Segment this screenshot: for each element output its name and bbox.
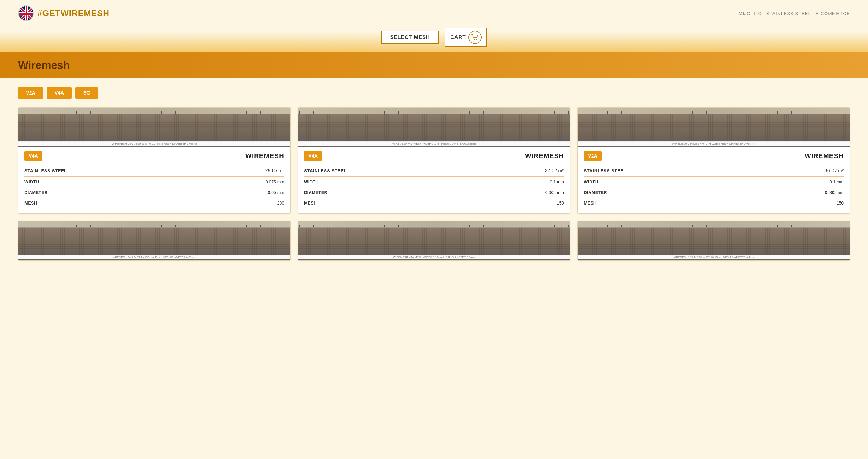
filter-row: V2A V4A SG <box>18 87 850 99</box>
product-card-6: WIREMESH V2A MESH WIDTH 0.15mm MESH DIAM… <box>578 221 850 261</box>
svg-point-2 <box>476 39 477 40</box>
filter-v2a[interactable]: V2A <box>18 87 43 99</box>
spec-row: MESH 200 <box>24 198 284 208</box>
product-specs-2: WIDTH 0.1 mm DIAMETER 0.065 mm MESH 150 <box>304 177 564 208</box>
price-value-1: 29 € / m² <box>265 168 284 173</box>
product-header-1: V4A WIREMESH <box>24 152 284 161</box>
product-price-3: STAINLESS STEEL 36 € / m² <box>584 165 844 177</box>
spec-row: MESH 150 <box>584 198 844 208</box>
product-card-3: WIREMESH V2A MESH WIDTH 0.1mm MESH DIAME… <box>578 107 850 214</box>
select-mesh-button[interactable]: SELECT MESH <box>381 31 439 44</box>
spec-row: DIAMETER 0.05 mm <box>24 187 284 198</box>
product-caption-5: WIREMESH V4A MESH WIDTH 0.15mm MESH DIAM… <box>298 255 570 259</box>
product-card-4: WIREMESH V4A MESH WIDTH 0.12mm MESH DIAM… <box>18 221 290 261</box>
product-caption-1: WIREMESH V4A MESH WIDTH 0.075mm MESH DIA… <box>19 141 290 146</box>
product-header-2: V4A WIREMESH <box>304 152 564 161</box>
logo-area: #GETWIREMESH <box>18 5 110 21</box>
cart-icon <box>468 31 482 44</box>
page-title: Wiremesh <box>18 59 850 72</box>
grade-badge-1: V4A <box>24 152 42 161</box>
product-card-2: WIREMESH V4A MESH WIDTH 0.1mm MESH DIAME… <box>298 107 570 214</box>
product-caption-6: WIREMESH V2A MESH WIDTH 0.15mm MESH DIAM… <box>578 255 849 259</box>
navigation: SELECT MESH CART <box>0 25 868 53</box>
product-price-1: STAINLESS STEEL 29 € / m² <box>24 165 284 177</box>
price-label-3: STAINLESS STEEL <box>584 168 627 173</box>
main-content: V2A V4A SG WIREM <box>0 78 868 269</box>
filter-sg[interactable]: SG <box>75 87 98 99</box>
site-title: #GETWIREMESH <box>37 8 110 18</box>
filter-v4a[interactable]: V4A <box>47 87 72 99</box>
spec-row: WIDTH 0.1 mm <box>304 177 564 187</box>
grade-badge-3: V2A <box>584 152 601 161</box>
product-card-5: WIREMESH V4A MESH WIDTH 0.15mm MESH DIAM… <box>298 221 570 261</box>
header-top: #GETWIREMESH MIJO ILIC · STAINLESS STEEL… <box>0 0 868 25</box>
grade-badge-2: V4A <box>304 152 322 161</box>
product-image-5: WIREMESH V4A MESH WIDTH 0.15mm MESH DIAM… <box>298 221 570 260</box>
product-image-1: WIREMESH V4A MESH WIDTH 0.075mm MESH DIA… <box>19 107 290 147</box>
product-specs-1: WIDTH 0.075 mm DIAMETER 0.05 mm MESH 200 <box>24 177 284 208</box>
spec-row: DIAMETER 0.065 mm <box>584 187 844 198</box>
product-image-3: WIREMESH V2A MESH WIDTH 0.1mm MESH DIAME… <box>578 107 849 147</box>
spec-row: DIAMETER 0.065 mm <box>304 187 564 198</box>
price-label-1: STAINLESS STEEL <box>24 168 67 173</box>
price-value-3: 36 € / m² <box>825 168 844 173</box>
product-image-6: WIREMESH V2A MESH WIDTH 0.15mm MESH DIAM… <box>578 221 849 260</box>
product-caption-3: WIREMESH V2A MESH WIDTH 0.1mm MESH DIAME… <box>578 141 849 146</box>
product-info-1: V4A WIREMESH STAINLESS STEEL 29 € / m² W… <box>19 147 290 213</box>
product-caption-2: WIREMESH V4A MESH WIDTH 0.1mm MESH DIAME… <box>298 141 570 146</box>
spec-row: MESH 150 <box>304 198 564 208</box>
price-value-2: 37 € / m² <box>545 168 564 173</box>
price-label-2: STAINLESS STEEL <box>304 168 347 173</box>
header: #GETWIREMESH MIJO ILIC · STAINLESS STEEL… <box>0 0 868 53</box>
spec-row: WIDTH 0.1 mm <box>584 177 844 187</box>
product-image-4: WIREMESH V4A MESH WIDTH 0.12mm MESH DIAM… <box>19 221 290 260</box>
spec-row: WIDTH 0.075 mm <box>24 177 284 187</box>
product-card-1: WIREMESH V4A MESH WIDTH 0.075mm MESH DIA… <box>18 107 290 214</box>
product-info-3: V2A WIREMESH STAINLESS STEEL 36 € / m² W… <box>578 147 849 213</box>
product-info-2: V4A WIREMESH STAINLESS STEEL 37 € / m² W… <box>298 147 570 213</box>
product-header-3: V2A WIREMESH <box>584 152 844 161</box>
product-name-1: WIREMESH <box>245 152 284 160</box>
hero-band: Wiremesh <box>0 53 868 78</box>
cart-button[interactable]: CART <box>445 28 487 47</box>
uk-flag-icon <box>18 5 34 21</box>
product-grid-row2: WIREMESH V4A MESH WIDTH 0.12mm MESH DIAM… <box>18 221 850 261</box>
product-price-2: STAINLESS STEEL 37 € / m² <box>304 165 564 177</box>
product-grid: WIREMESH V4A MESH WIDTH 0.075mm MESH DIA… <box>18 107 850 214</box>
header-subtitle: MIJO ILIC · STAINLESS STEEL · E-COMMERCE <box>739 11 850 16</box>
product-specs-3: WIDTH 0.1 mm DIAMETER 0.065 mm MESH 150 <box>584 177 844 208</box>
cart-label: CART <box>450 34 466 40</box>
product-caption-4: WIREMESH V4A MESH WIDTH 0.12mm MESH DIAM… <box>19 255 290 259</box>
svg-point-1 <box>474 39 475 40</box>
product-image-2: WIREMESH V4A MESH WIDTH 0.1mm MESH DIAME… <box>298 107 570 147</box>
product-name-3: WIREMESH <box>805 152 844 160</box>
product-name-2: WIREMESH <box>525 152 564 160</box>
